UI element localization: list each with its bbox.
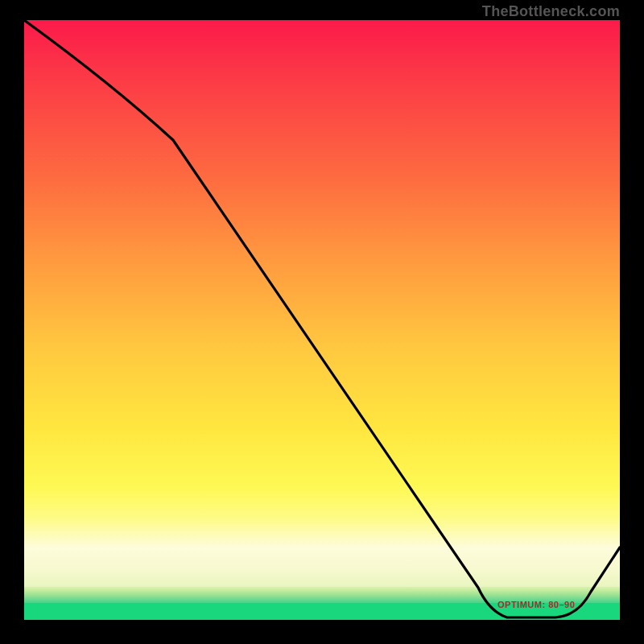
bottleneck-curve bbox=[24, 20, 620, 617]
plot-area: OPTIMUM: 80–90 bbox=[24, 20, 620, 620]
optimal-range-label: OPTIMUM: 80–90 bbox=[497, 600, 575, 609]
attribution-text: TheBottleneck.com bbox=[482, 3, 620, 20]
curve-layer bbox=[24, 20, 620, 620]
chart-frame: TheBottleneck.com OPTIMUM: 80–90 bbox=[0, 0, 644, 644]
